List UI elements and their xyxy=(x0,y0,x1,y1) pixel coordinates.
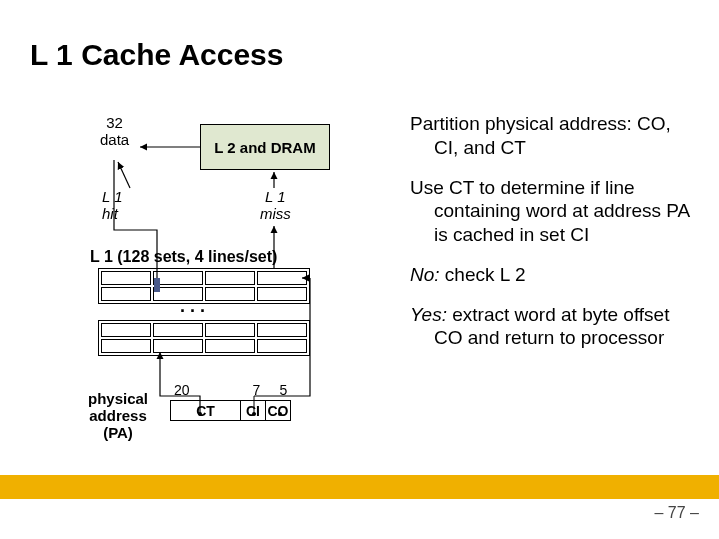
physical-address-fields: 20 7 5 CT CI CO xyxy=(170,380,298,421)
svg-line-2 xyxy=(118,162,130,188)
bullet-partition: Partition physical address: CO, CI, and … xyxy=(410,112,700,160)
ci-field: CI xyxy=(241,401,266,421)
data-width-label: 32 data xyxy=(100,114,129,148)
co-field: CO xyxy=(266,401,291,421)
l1-hit-label: L 1 hit xyxy=(102,188,123,222)
ct-bits: 20 xyxy=(172,382,242,398)
l1-miss-bottom: miss xyxy=(260,205,291,222)
l1-miss-label: L 1 miss xyxy=(260,188,291,222)
bullet-no: No: check L 2 xyxy=(410,263,700,287)
ct-field: CT xyxy=(171,401,241,421)
data-width-text: data xyxy=(100,131,129,148)
bullet-use-ct: Use CT to determine if line containing w… xyxy=(410,176,700,247)
l1-miss-top: L 1 xyxy=(260,188,291,205)
bullet-yes-prefix: Yes: xyxy=(410,304,447,325)
ci-bits: 7 xyxy=(244,382,269,398)
l1-hit-top: L 1 xyxy=(102,188,123,205)
bullet-yes-rest: extract word at byte offset CO and retur… xyxy=(434,304,669,349)
footer-bar xyxy=(0,475,719,499)
pa-field-cells: CT CI CO xyxy=(170,400,291,421)
page-title: L 1 Cache Access xyxy=(30,38,284,72)
l1-cache-label: L 1 (128 sets, 4 lines/set) xyxy=(90,248,277,266)
cache-diagram: 32 data L 2 and DRAM L 1 hit L 1 miss L … xyxy=(30,100,410,480)
co-bits: 5 xyxy=(271,382,296,398)
bullet-no-rest: check L 2 xyxy=(440,264,526,285)
cache-set-bottom xyxy=(98,320,310,356)
physical-address-label: physical address (PA) xyxy=(78,390,158,441)
ellipsis: . . . xyxy=(180,296,205,317)
l2-dram-box: L 2 and DRAM xyxy=(200,124,330,170)
l1-hit-bottom: hit xyxy=(102,205,123,222)
pa-label-top: physical xyxy=(78,390,158,407)
page-number: – 77 – xyxy=(655,504,699,522)
selected-byte-marker xyxy=(154,278,160,292)
explanation-text: Partition physical address: CO, CI, and … xyxy=(410,112,700,366)
bullet-no-prefix: No: xyxy=(410,264,440,285)
pa-label-bottom: address (PA) xyxy=(78,407,158,441)
bullet-yes: Yes: extract word at byte offset CO and … xyxy=(410,303,700,351)
pa-bit-widths: 20 7 5 xyxy=(170,380,298,400)
data-width-value: 32 xyxy=(100,114,129,131)
